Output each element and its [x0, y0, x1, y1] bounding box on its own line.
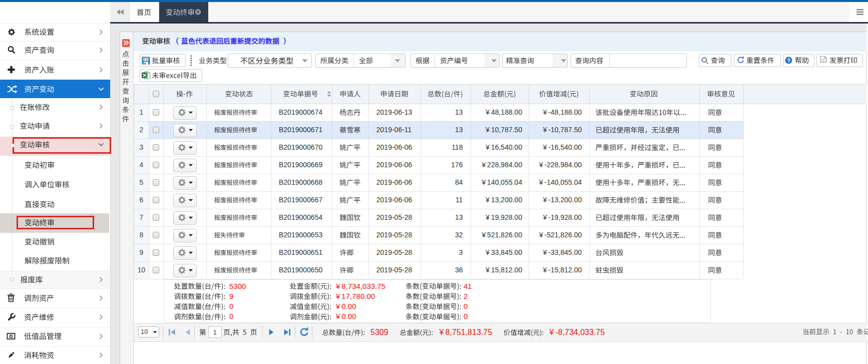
- svg-text:?: ?: [787, 58, 790, 64]
